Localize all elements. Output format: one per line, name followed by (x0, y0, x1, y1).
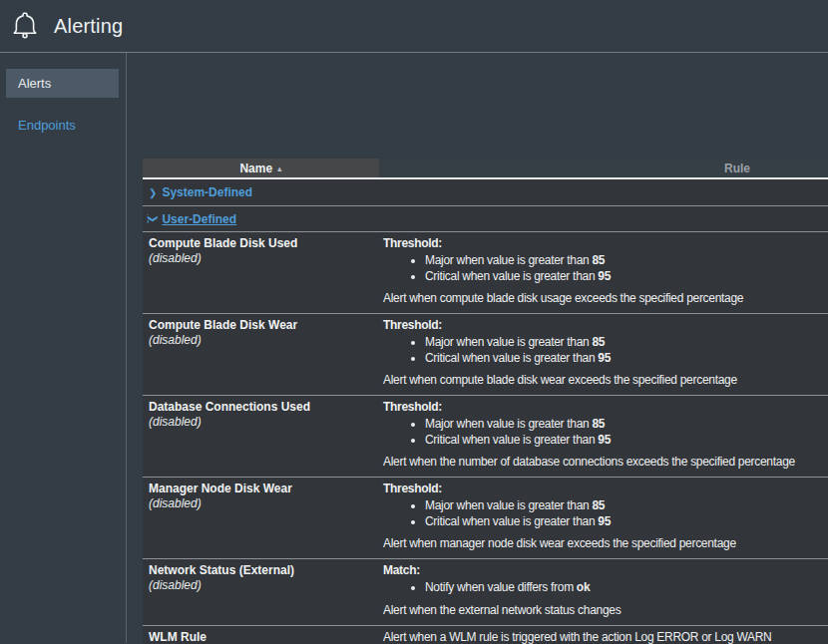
alert-name: Compute Blade Disk Used (149, 236, 371, 251)
rule-bullet-list: Major when value is greater than85 Criti… (383, 498, 826, 529)
sidebar-item-endpoints[interactable]: Endpoints (6, 111, 119, 140)
rule-cell: Threshold: Major when value is greater t… (379, 232, 828, 313)
rule-heading: Match: (383, 563, 826, 578)
rule-cell: Threshold: Major when value is greater t… (379, 314, 828, 395)
rule-bullet: Critical when value is greater than95 (425, 514, 826, 530)
rule-bullet-list: Notify when value differs fromok (383, 580, 826, 596)
group-toggle-system-defined[interactable]: ❯ System-Defined (149, 185, 252, 199)
group-row-system-defined: ❯ System-Defined (143, 179, 828, 205)
rule-bullet: Major when value is greater than85 (425, 335, 826, 351)
rule-bullet-list: Major when value is greater than85 Criti… (383, 417, 826, 448)
group-label: User-Defined (162, 212, 236, 226)
name-cell: Compute Blade Disk Wear (disabled) (143, 314, 379, 395)
alert-name: Database Connections Used (149, 400, 371, 415)
group-label: System-Defined (162, 185, 252, 199)
sidebar: Alerts Endpoints (0, 53, 127, 643)
rule-description: Alert when manager node disk wear exceed… (383, 536, 826, 551)
table-row-compute-blade-disk-wear[interactable]: Compute Blade Disk Wear (disabled) Thres… (143, 313, 828, 395)
rule-description: Alert when compute blade disk wear excee… (383, 373, 826, 388)
table-row-network-status-external[interactable]: Network Status (External) (disabled) Mat… (143, 558, 828, 625)
group-row-user-defined: ❯ User-Defined (143, 205, 828, 231)
rule-cell: Match: Notify when value differs fromok … (379, 559, 828, 625)
rule-description: Alert when the number of database connec… (383, 455, 826, 470)
column-header-name[interactable]: Name ▴ (143, 159, 379, 177)
bell-icon (10, 9, 40, 43)
rule-bullet: Critical when value is greater than95 (425, 351, 826, 367)
column-header-rule[interactable]: Rule (379, 159, 828, 177)
column-header-rule-label: Rule (724, 161, 750, 175)
column-header-name-label: Name (239, 161, 272, 175)
alert-name: Compute Blade Disk Wear (149, 318, 371, 333)
sidebar-item-alerts[interactable]: Alerts (6, 69, 119, 98)
name-cell: Manager Node Disk Wear (disabled) (143, 478, 379, 558)
alerts-table: Name ▴ Rule ❯ System-Defined ❯ User-Defi… (143, 159, 828, 644)
rule-bullet: Notify when value differs fromok (425, 580, 826, 596)
rule-heading: Threshold: (383, 482, 826, 496)
name-cell: Database Connections Used (disabled) (143, 396, 379, 477)
rule-bullet-list: Major when value is greater than85 Criti… (383, 335, 826, 366)
rule-bullet: Critical when value is greater than95 (425, 433, 826, 449)
rule-heading: Threshold: (383, 318, 826, 333)
rule-description: Alert when the external network status c… (383, 603, 826, 618)
rule-bullet: Major when value is greater than85 (425, 417, 826, 433)
rule-cell: Threshold: Major when value is greater t… (379, 396, 828, 477)
rule-cell: Alert when a WLM rule is triggered with … (379, 626, 828, 644)
main-content: Name ▴ Rule ❯ System-Defined ❯ User-Defi… (127, 53, 828, 643)
rule-cell: Threshold: Major when value is greater t… (379, 478, 828, 558)
table-header: Name ▴ Rule (143, 159, 828, 179)
rule-description: Alert when compute blade disk usage exce… (383, 291, 826, 306)
alert-name: Network Status (External) (149, 563, 371, 578)
page-body: Alerts Endpoints Name ▴ Rule ❯ System-De… (0, 53, 828, 643)
top-header-bar: Alerting (0, 0, 828, 53)
name-cell: Compute Blade Disk Used (disabled) (143, 232, 379, 313)
alert-name: Manager Node Disk Wear (149, 482, 371, 496)
group-toggle-user-defined[interactable]: ❯ User-Defined (149, 212, 236, 226)
alert-status: (disabled) (149, 496, 371, 511)
sort-ascending-icon: ▴ (277, 163, 282, 173)
table-row-wlm-rule[interactable]: WLM Rule (disabled) Alert when a WLM rul… (143, 625, 828, 644)
alert-status: (disabled) (149, 415, 371, 430)
alert-status: (disabled) (149, 251, 371, 266)
chevron-right-icon: ❯ (149, 187, 157, 198)
rule-bullet-list: Major when value is greater than85 Criti… (383, 253, 826, 284)
table-row-database-connections-used[interactable]: Database Connections Used (disabled) Thr… (143, 395, 828, 477)
table-row-compute-blade-disk-used[interactable]: Compute Blade Disk Used (disabled) Thres… (143, 231, 828, 313)
page-title: Alerting (54, 15, 123, 38)
alert-status: (disabled) (149, 333, 371, 348)
rule-heading: Threshold: (383, 236, 826, 251)
rule-heading: Threshold: (383, 400, 826, 415)
alert-name: WLM Rule (149, 630, 371, 644)
rule-description: Alert when a WLM rule is triggered with … (383, 630, 826, 644)
alert-status: (disabled) (149, 578, 371, 593)
name-cell: Network Status (External) (disabled) (143, 559, 379, 625)
chevron-down-icon: ❯ (148, 214, 159, 222)
rule-bullet: Major when value is greater than85 (425, 498, 826, 514)
table-row-manager-node-disk-wear[interactable]: Manager Node Disk Wear (disabled) Thresh… (143, 477, 828, 558)
rule-bullet: Critical when value is greater than95 (425, 269, 826, 285)
rule-bullet: Major when value is greater than85 (425, 253, 826, 269)
name-cell: WLM Rule (disabled) (143, 626, 379, 644)
